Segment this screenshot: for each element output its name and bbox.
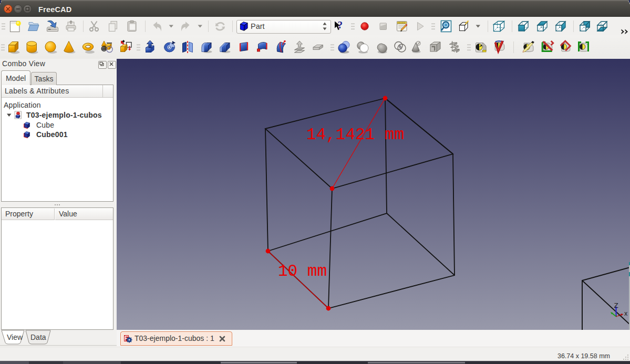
svg-text:14,1421 mm: 14,1421 mm (306, 126, 404, 144)
svg-text:10 mm: 10 mm (278, 262, 327, 280)
svg-text:Z: Z (614, 301, 618, 309)
svg-text:Data: Data (30, 333, 46, 341)
svg-text:View: View (7, 333, 23, 341)
svg-text:?: ? (338, 19, 343, 30)
svg-text:x: x (624, 310, 628, 317)
